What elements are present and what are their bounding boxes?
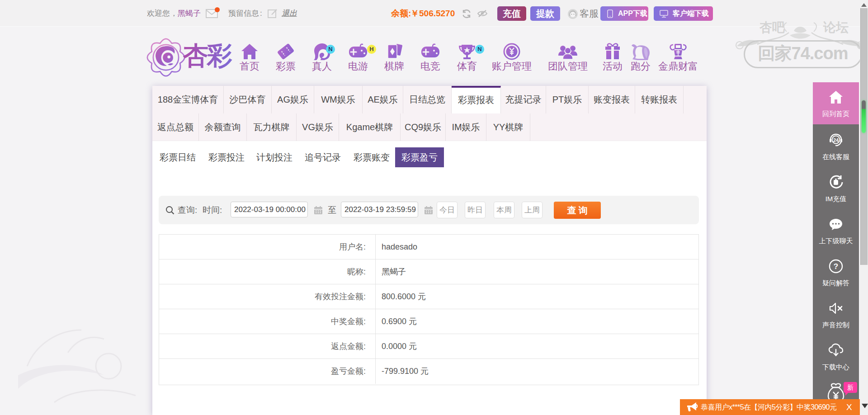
svg-text:24: 24 (833, 137, 839, 143)
svg-text:?: ? (834, 262, 838, 271)
